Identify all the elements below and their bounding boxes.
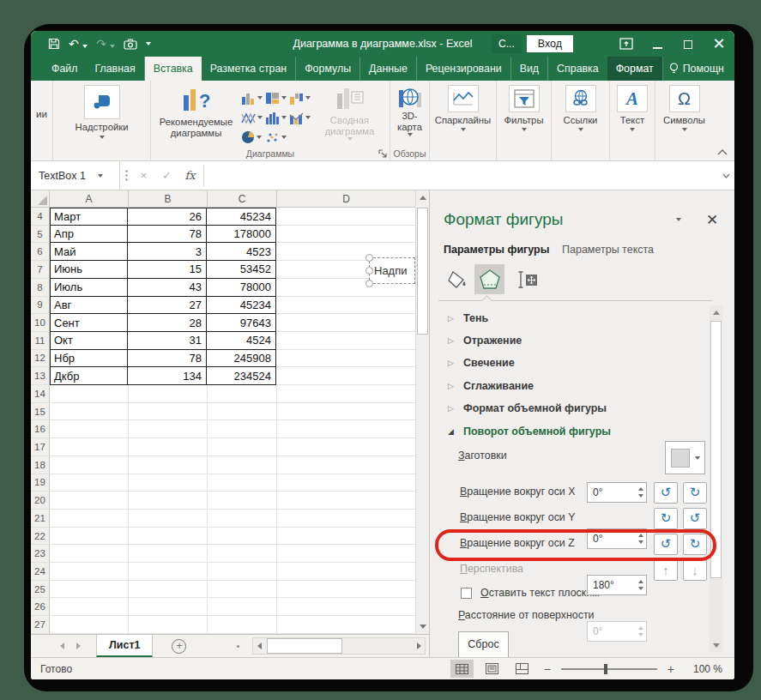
close-button[interactable]: ✕ — [704, 36, 734, 51]
cell-month[interactable]: Авг — [50, 297, 128, 315]
undo-button[interactable]: ↶ — [69, 36, 88, 51]
row-header[interactable]: 19 — [31, 474, 50, 492]
rotation-z-input[interactable]: 180° — [587, 575, 647, 595]
textbox-shape[interactable]: Надпи — [369, 257, 415, 284]
maximize-button[interactable] — [673, 37, 704, 51]
cell-empty[interactable] — [208, 581, 277, 599]
cell-empty[interactable] — [50, 403, 129, 421]
pane-close-icon[interactable]: ✕ — [706, 211, 718, 229]
cell-empty[interactable] — [129, 563, 208, 581]
insert-line-chart-button[interactable] — [241, 108, 263, 127]
tab-home[interactable]: Главная — [86, 57, 144, 81]
add-sheet-button[interactable]: + — [172, 639, 186, 654]
row-header[interactable]: 13 — [31, 367, 50, 385]
cell-value2[interactable]: 97643 — [207, 314, 276, 332]
scroll-down-icon[interactable] — [416, 619, 429, 634]
zoom-out-button[interactable]: − — [541, 662, 554, 676]
cell-empty[interactable] — [208, 474, 277, 492]
cell-value2[interactable]: 4523 — [207, 243, 276, 261]
row-header[interactable]: 17 — [31, 438, 50, 456]
textbox-handle-middle[interactable] — [365, 267, 373, 275]
grid-vertical-scrollbar[interactable] — [415, 190, 429, 634]
page-layout-view-button[interactable] — [480, 660, 504, 678]
cell-value2[interactable]: 178000 — [207, 226, 276, 244]
insert-statistic-chart-button[interactable] — [265, 108, 287, 127]
cell-empty[interactable] — [129, 545, 208, 563]
pane-options-caret-icon[interactable] — [676, 218, 681, 221]
cell-empty[interactable] — [276, 350, 415, 368]
row-header[interactable]: 10 — [31, 314, 50, 332]
zoom-slider[interactable] — [561, 668, 657, 670]
cell-value2[interactable]: 245908 — [207, 350, 276, 368]
row-header[interactable]: 11 — [31, 332, 50, 350]
insert-scatter-chart-button[interactable] — [265, 128, 287, 147]
cell-month[interactable]: Нбр — [50, 350, 128, 368]
cell-empty[interactable] — [277, 385, 415, 403]
cell-value2[interactable]: 53452 — [207, 261, 276, 279]
symbols-button[interactable]: Ω — [669, 85, 700, 112]
row-header[interactable]: 25 — [31, 581, 50, 599]
recommended-charts-button[interactable]: ? Рекомендуемые диаграммы — [155, 85, 238, 147]
zoom-slider-handle[interactable] — [604, 664, 607, 674]
cell-value1[interactable]: 27 — [128, 297, 207, 315]
row-header[interactable]: 20 — [31, 492, 50, 510]
row-header[interactable]: 24 — [31, 563, 50, 581]
cell-month[interactable]: Июнь — [50, 261, 128, 279]
pane-tab-text-options[interactable]: Параметры текста — [562, 244, 654, 256]
cell-value1[interactable]: 26 — [128, 208, 207, 226]
cell-empty[interactable] — [129, 474, 208, 492]
cell-empty[interactable] — [208, 598, 277, 616]
cell-empty[interactable] — [277, 438, 415, 456]
scroll-up-icon[interactable] — [416, 190, 429, 205]
save-icon[interactable] — [48, 38, 60, 50]
pane-section-1[interactable]: ▷Тень — [430, 309, 687, 328]
pane-scroll-up-icon[interactable] — [710, 305, 722, 319]
cell-empty[interactable] — [129, 456, 208, 474]
pane-tab-shape-options[interactable]: Параметры фигуры — [444, 244, 549, 256]
cell-month[interactable]: Апр — [50, 226, 128, 244]
rotate-z-right-button[interactable]: ↻ — [683, 534, 707, 555]
prev-sheet-icon[interactable] — [60, 643, 64, 649]
rotate-y-down-button[interactable]: ↻ — [654, 508, 678, 529]
pane-section-3[interactable]: ▷Свечение — [430, 353, 687, 372]
insert-hierarchy-chart-button[interactable] — [289, 88, 311, 107]
cell-empty[interactable] — [277, 563, 415, 581]
size-properties-icon[interactable] — [513, 264, 543, 294]
keep-text-flat-checkbox[interactable] — [461, 588, 472, 599]
cell-month[interactable]: Март — [50, 208, 128, 226]
cell-month[interactable]: Июль — [50, 279, 128, 297]
rotate-x-right-button[interactable]: ↻ — [683, 482, 707, 504]
insert-bar-chart-button[interactable] — [265, 88, 287, 107]
sign-in-button[interactable]: Вход — [527, 35, 573, 52]
row-header[interactable]: 15 — [31, 403, 50, 421]
cell-empty[interactable] — [208, 510, 277, 528]
cell-empty[interactable] — [208, 563, 277, 581]
hscrollbar-thumb[interactable] — [267, 638, 342, 654]
tab-data[interactable]: Данные — [360, 57, 417, 81]
cell-empty[interactable] — [129, 385, 208, 403]
next-sheet-icon[interactable] — [76, 643, 81, 649]
row-header[interactable]: 26 — [31, 598, 50, 616]
formula-input[interactable] — [206, 161, 717, 190]
text-button[interactable]: A — [617, 85, 648, 112]
grid-horizontal-scrollbar[interactable] — [252, 637, 426, 655]
cell-empty[interactable] — [277, 598, 415, 616]
normal-view-button[interactable] — [450, 660, 474, 678]
cell-value1[interactable]: 15 — [128, 261, 207, 279]
filters-button[interactable] — [509, 85, 540, 112]
pane-scroll-down-icon[interactable] — [710, 638, 722, 652]
cell-empty[interactable] — [50, 528, 129, 546]
tab-help[interactable]: Справка — [548, 57, 607, 81]
cell-empty[interactable] — [129, 616, 208, 634]
cell-empty[interactable] — [129, 420, 208, 438]
textbox-handle-top[interactable] — [365, 254, 373, 262]
cell-empty[interactable] — [276, 297, 415, 315]
spin-up-icon[interactable] — [638, 580, 643, 583]
cell-empty[interactable] — [208, 492, 277, 510]
cell-empty[interactable] — [208, 420, 277, 438]
cell-value2[interactable]: 4524 — [207, 332, 276, 350]
cell-month[interactable]: Окт — [50, 332, 128, 350]
customize-qat-button[interactable] — [146, 42, 151, 45]
cell-empty[interactable] — [277, 456, 415, 474]
cell-empty[interactable] — [276, 367, 415, 385]
